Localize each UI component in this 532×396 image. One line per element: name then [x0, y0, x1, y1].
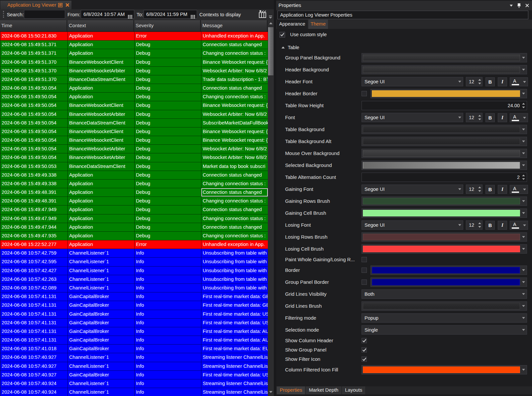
log-row[interactable]: 2024-06-08 10:57:40.927ChannelListener`1…: [0, 353, 268, 362]
log-cell-context[interactable]: Application: [68, 49, 135, 58]
log-cell-time[interactable]: 2024-06-08 10:57:42.427: [0, 267, 68, 275]
column-header-context[interactable]: Context: [67, 20, 134, 32]
font-color-button[interactable]: A: [510, 113, 528, 122]
log-cell-context[interactable]: Application: [68, 32, 135, 40]
log-cell-severity[interactable]: Info: [135, 258, 201, 266]
log-cell-message[interactable]: First real-time market data: GB: [201, 301, 268, 310]
spinner-icon[interactable]: [522, 102, 525, 109]
bold-button[interactable]: B: [485, 221, 495, 230]
log-cell-context[interactable]: BinanceDataStreamClient: [68, 162, 135, 171]
log-cell-context[interactable]: Application: [68, 223, 135, 232]
log-row[interactable]: 2024-06-08 15:49:51.370BinanceWebsocketA…: [0, 67, 268, 75]
log-cell-time[interactable]: 2024-06-08 15:49:50.053: [0, 162, 68, 171]
log-cell-severity[interactable]: Debug: [135, 58, 201, 67]
log-row[interactable]: 2024-06-08 15:49:47.949ApplicationDebugC…: [0, 205, 268, 214]
column-header-time[interactable]: Time: [0, 20, 67, 32]
log-vertical-scrollbar[interactable]: [268, 20, 274, 396]
log-row[interactable]: 2024-06-08 10:57:40.924ChannelListener`1…: [0, 379, 268, 388]
log-cell-severity[interactable]: Info: [135, 388, 201, 396]
log-cell-severity[interactable]: Info: [135, 275, 201, 284]
log-row[interactable]: 2024-06-08 15:49:47.949ApplicationDebugC…: [0, 214, 268, 223]
bottom-tab-properties[interactable]: Properties: [277, 386, 305, 394]
log-cell-time[interactable]: 2024-06-08 10:57:41.131: [0, 310, 68, 319]
log-cell-message[interactable]: First real-time market data: EU: [201, 345, 268, 353]
brush-dropdown[interactable]: [362, 232, 527, 242]
log-row[interactable]: 2024-06-08 10:57:41.131GainCapitalBroker…: [0, 310, 268, 319]
log-row[interactable]: 2024-06-08 15:49:49.338ApplicationDebugC…: [0, 171, 268, 180]
log-cell-context[interactable]: Application: [68, 40, 135, 49]
log-cell-severity[interactable]: Info: [135, 362, 201, 371]
color-dropdown[interactable]: [371, 266, 527, 275]
column-chooser-icon[interactable]: [259, 10, 266, 19]
log-row[interactable]: 2024-06-08 10:57:40.927GainCapitalBroker…: [0, 371, 268, 379]
log-row[interactable]: 2024-06-08 15:49:48.391ApplicationDebugC…: [0, 197, 268, 205]
font-color-button[interactable]: A: [510, 77, 528, 86]
log-cell-time[interactable]: 2024-06-08 10:57:40.927: [0, 353, 68, 362]
log-cell-time[interactable]: 2024-06-08 10:57:41.018: [0, 345, 68, 353]
font-size-input[interactable]: 12: [466, 113, 482, 122]
log-cell-message[interactable]: Binance Websocket request: {": [201, 127, 268, 136]
font-family-dropdown[interactable]: Segoe UI: [362, 77, 463, 86]
log-cell-time[interactable]: 2024-06-08 15:49:48.391: [0, 188, 68, 197]
log-cell-time[interactable]: 2024-06-08 15:49:47.935: [0, 232, 68, 240]
log-cell-message[interactable]: Connection status changed: [201, 205, 268, 214]
log-cell-context[interactable]: BinanceDataStreamClient: [68, 119, 135, 127]
color-dropdown[interactable]: [371, 89, 527, 98]
log-cell-severity[interactable]: Debug: [135, 197, 201, 205]
log-row[interactable]: 2024-06-08 10:57:40.927ChannelListener`1…: [0, 362, 268, 371]
log-row[interactable]: 2024-06-08 15:49:50.053BinanceDataStream…: [0, 162, 268, 171]
spinner-icon[interactable]: [478, 78, 481, 85]
log-cell-severity[interactable]: Info: [135, 284, 201, 292]
log-cell-time[interactable]: 2024-06-08 15:49:50.054: [0, 110, 68, 119]
log-cell-message[interactable]: First real-time market data: US: [201, 371, 268, 379]
log-cell-time[interactable]: 2024-06-08 10:57:42.759: [0, 249, 68, 258]
log-row[interactable]: 2024-06-08 15:49:51.371ApplicationDebugC…: [0, 49, 268, 58]
log-cell-context[interactable]: GainCapitalBroker: [68, 371, 135, 379]
log-row[interactable]: 2024-06-08 15:49:50.054BinanceWebsocketA…: [0, 153, 268, 162]
log-cell-severity[interactable]: Debug: [135, 75, 201, 84]
log-cell-severity[interactable]: Debug: [135, 127, 201, 136]
log-cell-context[interactable]: ChannelListener`1: [68, 379, 135, 388]
search-input[interactable]: [24, 10, 65, 19]
log-cell-severity[interactable]: Info: [135, 292, 201, 301]
number-input[interactable]: 2: [362, 173, 527, 182]
number-input[interactable]: 24.00: [362, 101, 527, 110]
log-cell-time[interactable]: 2024-06-08 15:49:51.370: [0, 58, 68, 67]
log-cell-severity[interactable]: Debug: [135, 232, 201, 240]
log-cell-context[interactable]: ChannelListener`1: [68, 284, 135, 292]
log-cell-context[interactable]: ChannelListener`1: [68, 275, 135, 284]
log-cell-time[interactable]: 2024-06-08 15:49:49.338: [0, 180, 68, 188]
log-row[interactable]: 2024-06-08 15:49:51.371ApplicationDebugC…: [0, 40, 268, 49]
log-cell-context[interactable]: GainCapitalBroker: [68, 310, 135, 319]
log-cell-context[interactable]: Application: [68, 205, 135, 214]
font-family-dropdown[interactable]: Segoe UI: [362, 113, 463, 122]
log-cell-time[interactable]: 2024-06-08 15:49:47.944: [0, 223, 68, 232]
log-cell-context[interactable]: BinanceWebsocketArbiter: [68, 145, 135, 153]
property-checkbox[interactable]: [362, 347, 367, 353]
log-cell-time[interactable]: 2024-06-08 15:49:50.054: [0, 145, 68, 153]
log-row[interactable]: 2024-06-08 10:57:41.018GainCapitalBroker…: [0, 345, 268, 353]
log-cell-context[interactable]: Application: [68, 188, 135, 197]
log-cell-context[interactable]: ChannelListener`1: [68, 258, 135, 266]
tab-application-log-viewer[interactable]: Application Log Viewer: [0, 1, 71, 9]
log-cell-severity[interactable]: Debug: [135, 93, 201, 101]
log-cell-context[interactable]: Application: [68, 171, 135, 180]
log-cell-context[interactable]: ChannelListener`1: [68, 388, 135, 396]
restore-window-icon[interactable]: [58, 3, 62, 7]
combo-single[interactable]: Single: [362, 325, 527, 335]
log-cell-message[interactable]: Unsubscribing from table with: [201, 267, 268, 275]
use-custom-style-row[interactable]: Use custom style: [279, 31, 327, 38]
toolbar-overflow-icon[interactable]: [269, 14, 272, 20]
brush-dropdown[interactable]: [362, 301, 527, 311]
spinner-icon[interactable]: [478, 114, 481, 121]
tab-close-icon[interactable]: [65, 3, 69, 7]
property-checkbox[interactable]: [362, 279, 367, 285]
property-checkbox[interactable]: [362, 338, 367, 343]
log-cell-time[interactable]: 2024-06-08 15:49:50.054: [0, 101, 68, 110]
log-cell-message[interactable]: Unsubscribing from table with: [201, 275, 268, 284]
font-size-input[interactable]: 12: [466, 77, 482, 86]
log-row[interactable]: 2024-06-08 15:49:49.338ApplicationDebugC…: [0, 180, 268, 188]
pin-icon[interactable]: [515, 1, 523, 10]
log-cell-context[interactable]: Application: [68, 240, 135, 249]
log-row[interactable]: 2024-06-08 10:57:42.427ChannelListener`1…: [0, 267, 268, 275]
